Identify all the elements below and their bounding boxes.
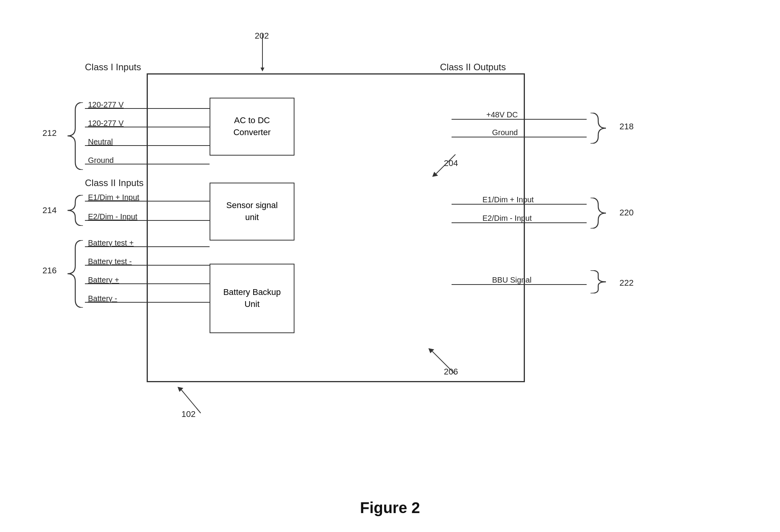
output-label-3: E1/Dim + Input [482, 195, 534, 204]
output-line-5 [525, 284, 587, 285]
output-arrow-3 [452, 204, 525, 205]
input-label-4: Ground [88, 156, 114, 165]
figure-caption: Figure 2 [360, 499, 420, 517]
input-label-2: 120-277 V [88, 119, 124, 128]
ref-216: 216 [42, 266, 57, 276]
output-label-4: E2/Dim - Input [482, 214, 532, 223]
input-label-6: E2/Dim - Input [88, 212, 137, 221]
arrow-206 [421, 340, 471, 378]
output-label-2: Ground [492, 128, 518, 137]
ref-220: 220 [619, 208, 634, 218]
svg-line-4 [432, 351, 455, 374]
output-arrow-1 [452, 119, 525, 120]
ref-222: 222 [619, 278, 634, 288]
main-box: AC to DCConverter Sensor signalunit Batt… [147, 73, 525, 382]
input-label-9: Battery + [88, 276, 119, 285]
input-label-1: 120-277 V [88, 100, 124, 109]
input-label-8: Battery test - [88, 257, 132, 266]
brace-212 [56, 102, 87, 170]
output-line-4 [525, 222, 587, 223]
input-arrow-5 [147, 201, 210, 202]
class-ii-outputs-label: Class II Outputs [440, 62, 506, 73]
ref-214: 214 [42, 205, 57, 215]
diagram-container: 202 AC to DCConverter Sensor signalunit … [31, 23, 749, 467]
brace-216 [56, 240, 87, 308]
input-arrow-10 [147, 302, 210, 303]
input-arrow-3 [147, 145, 210, 146]
output-line-1 [525, 119, 587, 120]
class-i-inputs-label: Class I Inputs [85, 62, 141, 73]
ac-dc-converter-box: AC to DCConverter [210, 98, 294, 156]
arrow-202 [239, 31, 278, 77]
input-label-5: E1/Dim + Input [88, 193, 139, 202]
output-line-3 [525, 204, 587, 205]
class-ii-inputs-label: Class II Inputs [85, 178, 144, 188]
brace-218 [587, 113, 618, 144]
ref-218: 218 [619, 122, 634, 132]
input-label-7: Battery test + [88, 239, 134, 247]
sensor-label: Sensor signalunit [226, 200, 277, 224]
input-arrow-8 [147, 265, 210, 266]
arrow-204 [425, 151, 471, 181]
output-arrow-5 [452, 284, 525, 285]
input-arrow-1 [147, 108, 210, 109]
input-arrow-2 [147, 127, 210, 127]
input-arrow-7 [147, 246, 210, 247]
bbu-label: Battery BackupUnit [223, 286, 281, 310]
input-label-3: Neutral [88, 137, 113, 146]
sensor-signal-box: Sensor signalunit [210, 183, 294, 241]
ac-dc-label: AC to DCConverter [233, 115, 271, 139]
svg-line-2 [436, 154, 455, 174]
output-label-1: +48V DC [486, 110, 518, 119]
input-label-10: Battery - [88, 294, 117, 303]
brace-214 [56, 195, 87, 226]
output-arrow-4 [452, 222, 525, 223]
svg-line-6 [181, 390, 201, 413]
brace-222 [587, 270, 618, 293]
input-arrow-4 [147, 164, 210, 164]
output-arrow-2 [452, 137, 525, 137]
svg-marker-1 [261, 68, 264, 71]
arrow-102 [166, 378, 216, 417]
input-arrow-9 [147, 283, 210, 284]
input-arrow-6 [147, 220, 210, 221]
output-label-5: BBU Signal [492, 276, 531, 285]
ref-212: 212 [42, 128, 57, 138]
brace-220 [587, 198, 618, 229]
output-line-2 [525, 137, 587, 137]
bbu-box: Battery BackupUnit [210, 264, 294, 333]
